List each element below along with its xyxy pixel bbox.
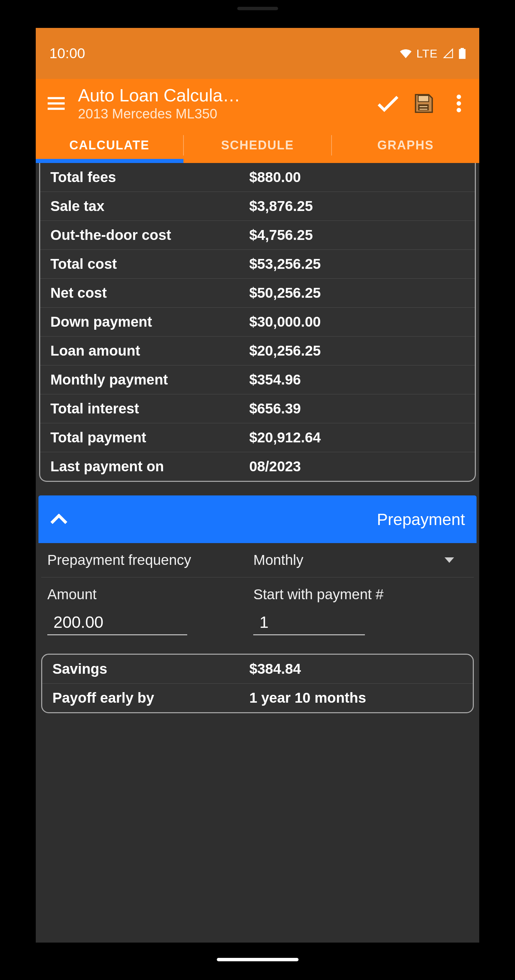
svg-point-9 bbox=[457, 95, 461, 99]
wifi-icon bbox=[400, 49, 411, 58]
result-label: Monthly payment bbox=[50, 372, 249, 388]
tab-graphs[interactable]: GRAPHS bbox=[332, 127, 479, 163]
svg-rect-1 bbox=[461, 48, 464, 50]
result-row-monthly-payment: Monthly payment $354.96 bbox=[40, 366, 475, 395]
device-stage: 10:00 LTE Auto Loan Calcula… bbox=[0, 0, 515, 980]
result-value: 1 year 10 months bbox=[249, 690, 462, 706]
result-value: $384.84 bbox=[249, 661, 462, 677]
app-bar: Auto Loan Calcula… 2013 Mercedes ML350 bbox=[36, 79, 479, 127]
result-value: $30,000.00 bbox=[249, 314, 465, 330]
hamburger-icon bbox=[48, 97, 65, 110]
prepayment-amount-label: Amount bbox=[47, 586, 253, 603]
overflow-menu-button[interactable] bbox=[445, 90, 472, 117]
more-vert-icon bbox=[456, 95, 461, 112]
prepayment-start-label: Start with payment # bbox=[253, 586, 468, 603]
tab-indicator bbox=[36, 159, 183, 163]
result-row-total-payment: Total payment $20,912.64 bbox=[40, 423, 475, 452]
svg-rect-5 bbox=[418, 95, 429, 102]
app-titles: Auto Loan Calcula… 2013 Mercedes ML350 bbox=[78, 85, 366, 121]
android-nav-pill[interactable] bbox=[217, 958, 298, 961]
prepayment-frequency-value: Monthly bbox=[253, 552, 303, 568]
result-row-down-payment: Down payment $30,000.00 bbox=[40, 308, 475, 337]
result-label: Total interest bbox=[50, 401, 249, 417]
result-label: Down payment bbox=[50, 314, 249, 330]
result-row-total-interest: Total interest $656.39 bbox=[40, 395, 475, 423]
tab-schedule-label: SCHEDULE bbox=[221, 138, 294, 153]
phone-body: 10:00 LTE Auto Loan Calcula… bbox=[14, 0, 501, 973]
tab-schedule[interactable]: SCHEDULE bbox=[184, 127, 331, 163]
prepayment-start-input[interactable] bbox=[253, 611, 365, 635]
prepayment-body: Prepayment frequency Monthly Amount Star bbox=[38, 543, 477, 713]
result-value: $50,256.25 bbox=[249, 285, 465, 301]
result-value: $354.96 bbox=[249, 372, 465, 388]
check-icon bbox=[377, 95, 399, 112]
svg-rect-8 bbox=[419, 108, 427, 110]
result-row-sale-tax: Sale tax $3,876.25 bbox=[40, 192, 475, 221]
tab-calculate[interactable]: CALCULATE bbox=[36, 127, 183, 163]
caret-down-icon bbox=[445, 557, 454, 563]
svg-rect-4 bbox=[48, 108, 65, 110]
result-row-loan-amount: Loan amount $20,256.25 bbox=[40, 337, 475, 366]
network-type-label: LTE bbox=[416, 47, 438, 60]
result-value: $20,256.25 bbox=[249, 343, 465, 359]
chevron-up-icon bbox=[50, 514, 68, 525]
status-time: 10:00 bbox=[49, 45, 85, 62]
app-title: Auto Loan Calcula… bbox=[78, 85, 366, 105]
result-label: Loan amount bbox=[50, 343, 249, 359]
result-value: $53,256.25 bbox=[249, 256, 465, 272]
prepayment-result-row-payoff: Payoff early by 1 year 10 months bbox=[42, 684, 473, 712]
prepayment-start-col: Start with payment # bbox=[253, 586, 468, 635]
result-row-total-fees: Total fees $880.00 bbox=[40, 163, 475, 192]
result-label: Last payment on bbox=[50, 458, 249, 475]
result-value: $656.39 bbox=[249, 401, 465, 417]
prepayment-section-header[interactable]: Prepayment bbox=[38, 495, 477, 543]
menu-button[interactable] bbox=[43, 90, 70, 117]
result-value: $4,756.25 bbox=[249, 227, 465, 243]
result-label: Net cost bbox=[50, 285, 249, 301]
result-label: Total fees bbox=[50, 169, 249, 185]
result-label: Payoff early by bbox=[53, 690, 249, 706]
result-value: $880.00 bbox=[249, 169, 465, 185]
svg-point-10 bbox=[457, 101, 461, 105]
result-label: Total cost bbox=[50, 256, 249, 272]
result-value: $20,912.64 bbox=[249, 430, 465, 446]
svg-rect-7 bbox=[419, 106, 427, 107]
result-value: $3,876.25 bbox=[249, 198, 465, 215]
svg-rect-0 bbox=[459, 49, 465, 59]
result-row-total-cost: Total cost $53,256.25 bbox=[40, 250, 475, 279]
result-row-last-payment: Last payment on 08/2023 bbox=[40, 452, 475, 481]
result-label: Out-the-door cost bbox=[50, 227, 249, 243]
svg-rect-2 bbox=[48, 97, 65, 99]
result-row-net-cost: Net cost $50,256.25 bbox=[40, 279, 475, 308]
prepayment-frequency-select[interactable]: Monthly bbox=[253, 552, 468, 568]
result-label: Savings bbox=[53, 661, 249, 677]
save-floppy-icon bbox=[413, 93, 434, 114]
result-value: 08/2023 bbox=[249, 458, 465, 475]
signal-icon bbox=[443, 48, 454, 59]
svg-rect-3 bbox=[48, 102, 65, 104]
prepayment-result-row-savings: Savings $384.84 bbox=[42, 655, 473, 684]
tab-graphs-label: GRAPHS bbox=[377, 138, 434, 153]
svg-point-11 bbox=[457, 108, 461, 112]
content-area[interactable]: Total fees $880.00 Sale tax $3,876.25 Ou… bbox=[36, 163, 479, 943]
prepayment-frequency-label: Prepayment frequency bbox=[47, 552, 253, 568]
earpiece bbox=[237, 7, 278, 10]
prepayment-frequency-row: Prepayment frequency Monthly bbox=[41, 543, 474, 578]
app-subtitle: 2013 Mercedes ML350 bbox=[78, 106, 366, 121]
result-label: Sale tax bbox=[50, 198, 249, 215]
prepayment-inputs-row: Amount Start with payment # bbox=[41, 578, 474, 635]
save-button[interactable] bbox=[410, 90, 437, 117]
prepayment-amount-input[interactable] bbox=[47, 611, 187, 635]
result-label: Total payment bbox=[50, 430, 249, 446]
result-row-otd-cost: Out-the-door cost $4,756.25 bbox=[40, 221, 475, 250]
tab-bar: CALCULATE SCHEDULE GRAPHS bbox=[36, 127, 479, 163]
prepayment-section-title: Prepayment bbox=[68, 510, 465, 529]
screen: 10:00 LTE Auto Loan Calcula… bbox=[36, 28, 479, 943]
loan-results-box: Total fees $880.00 Sale tax $3,876.25 Ou… bbox=[39, 163, 476, 482]
prepayment-results-box: Savings $384.84 Payoff early by 1 year 1… bbox=[41, 654, 474, 713]
status-bar: 10:00 LTE bbox=[36, 28, 479, 79]
tab-calculate-label: CALCULATE bbox=[69, 138, 150, 153]
confirm-button[interactable] bbox=[375, 90, 402, 117]
status-indicators: LTE bbox=[400, 47, 466, 60]
prepayment-amount-col: Amount bbox=[47, 586, 253, 635]
